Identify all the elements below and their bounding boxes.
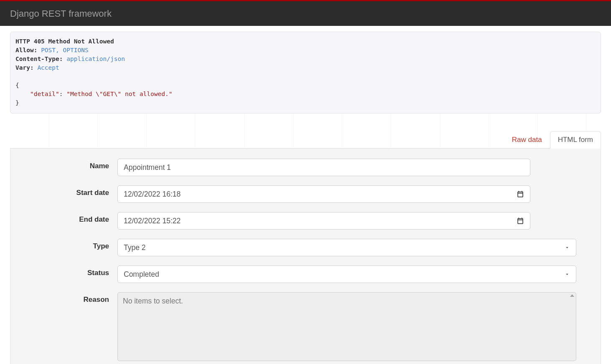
- hdr-allow-v: POST, OPTIONS: [41, 47, 89, 53]
- label-status: Status: [19, 265, 117, 277]
- input-name[interactable]: [117, 159, 530, 176]
- content: HTTP 405 Method Not Allowed Allow: POST,…: [0, 32, 611, 364]
- tabs: Raw data HTML form: [10, 131, 601, 149]
- hdr-ct-v: application/json: [66, 56, 125, 62]
- row-start-date: Start date 12/02/2022 16:18: [19, 185, 592, 203]
- select-status[interactable]: Completed: [117, 265, 576, 283]
- row-end-date: End date 12/02/2022 15:22: [19, 212, 592, 230]
- chevron-down-icon: [564, 245, 570, 250]
- label-type: Type: [19, 239, 117, 250]
- scroll-up-icon: [570, 294, 574, 297]
- hdr-allow-k: Allow: [15, 47, 34, 53]
- reason-placeholder: No items to select.: [123, 297, 183, 305]
- label-reason: Reason: [19, 292, 117, 304]
- select-reason[interactable]: No items to select.: [117, 292, 576, 361]
- label-name: Name: [19, 159, 117, 170]
- body-key: "detail": [30, 91, 59, 97]
- row-name: Name: [19, 159, 592, 176]
- calendar-icon[interactable]: [517, 190, 524, 198]
- tab-html-form[interactable]: HTML form: [550, 131, 601, 149]
- label-start-date: Start date: [19, 185, 117, 197]
- hdr-ct-k: Content-Type: [15, 56, 59, 62]
- navbar: Django REST framework: [0, 1, 611, 26]
- calendar-icon[interactable]: [517, 217, 524, 225]
- row-type: Type Type 2: [19, 239, 592, 256]
- status-value: Completed: [124, 270, 159, 279]
- chevron-down-icon: [564, 271, 570, 277]
- row-reason: Reason No items to select.: [19, 292, 592, 361]
- input-start-date[interactable]: 12/02/2022 16:18: [117, 185, 530, 203]
- hdr-vary-k: Vary: [15, 64, 30, 71]
- form-panel: Name Start date 12/02/2022 16:18 End dat…: [10, 149, 601, 364]
- response-panel: HTTP 405 Method Not Allowed Allow: POST,…: [10, 32, 601, 114]
- select-type[interactable]: Type 2: [117, 239, 576, 256]
- input-end-date[interactable]: 12/02/2022 15:22: [117, 212, 530, 230]
- row-status: Status Completed: [19, 265, 592, 283]
- body-val: "Method \"GET\" not allowed.": [66, 91, 172, 97]
- brand-link[interactable]: Django REST framework: [10, 8, 112, 19]
- end-date-value: 12/02/2022 15:22: [124, 217, 181, 225]
- hdr-vary-v: Accept: [37, 64, 59, 71]
- label-end-date: End date: [19, 212, 117, 224]
- start-date-value: 12/02/2022 16:18: [124, 190, 181, 199]
- tab-raw-data[interactable]: Raw data: [504, 131, 550, 149]
- status-line: HTTP 405 Method Not Allowed: [15, 38, 114, 45]
- type-value: Type 2: [124, 243, 146, 252]
